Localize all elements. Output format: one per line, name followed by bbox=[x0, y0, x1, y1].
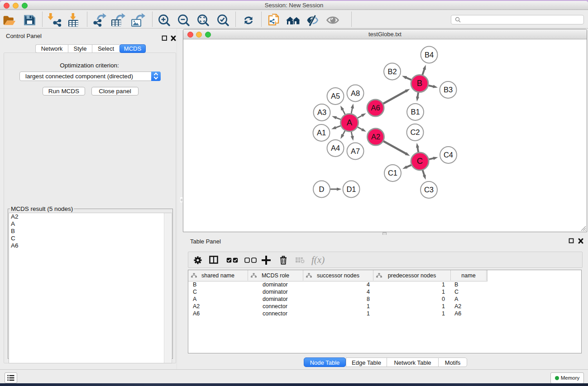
svg-text:B: B bbox=[417, 78, 422, 88]
svg-text:C1: C1 bbox=[388, 169, 397, 177]
svg-text:A: A bbox=[347, 118, 353, 127]
svg-text:B2: B2 bbox=[387, 67, 397, 76]
svg-text:D: D bbox=[319, 185, 325, 193]
svg-text:A8: A8 bbox=[351, 89, 360, 97]
svg-text:C3: C3 bbox=[424, 186, 434, 194]
svg-text:A3: A3 bbox=[317, 108, 326, 116]
svg-text:A6: A6 bbox=[371, 104, 380, 112]
svg-text:D1: D1 bbox=[346, 185, 356, 193]
svg-text:f(x): f(x) bbox=[311, 255, 325, 265]
svg-text:A5: A5 bbox=[331, 92, 340, 100]
svg-text:B4: B4 bbox=[425, 51, 434, 59]
svg-text:C4: C4 bbox=[444, 151, 453, 159]
svg-text:B1: B1 bbox=[411, 108, 420, 116]
svg-text:A1: A1 bbox=[317, 129, 326, 137]
svg-text:A4: A4 bbox=[331, 144, 340, 152]
svg-text:B3: B3 bbox=[444, 86, 453, 94]
svg-text:C2: C2 bbox=[410, 128, 420, 136]
svg-text:A7: A7 bbox=[351, 147, 360, 155]
svg-text:A2: A2 bbox=[371, 133, 380, 141]
svg-text:C: C bbox=[417, 156, 423, 166]
